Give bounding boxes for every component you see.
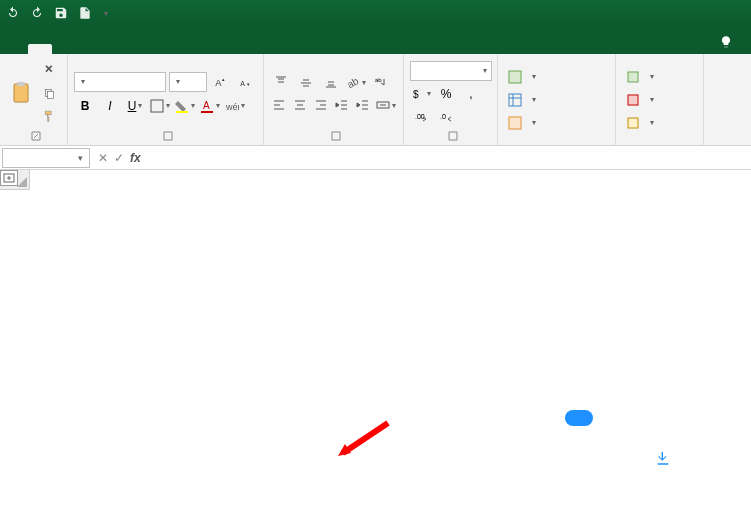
format-cells-button[interactable]: ▾ (622, 113, 697, 133)
svg-rect-8 (151, 100, 163, 112)
border-icon[interactable]: ▾ (149, 96, 171, 116)
comma-icon[interactable]: , (460, 84, 482, 104)
align-top-icon[interactable] (270, 72, 292, 92)
svg-rect-21 (509, 117, 521, 129)
svg-text:.00: .00 (415, 113, 425, 120)
increase-indent-icon[interactable] (354, 95, 372, 115)
svg-text:▾: ▾ (247, 81, 250, 86)
svg-text:ab: ab (346, 75, 360, 89)
tell-me-search[interactable] (711, 30, 747, 54)
font-launcher-icon[interactable] (162, 131, 174, 143)
svg-rect-0 (14, 84, 28, 102)
svg-text:.0: .0 (440, 113, 446, 120)
title-bar: ▾ (0, 0, 751, 26)
insert-cells-button[interactable]: ▾ (622, 67, 697, 87)
svg-text:▴: ▴ (222, 76, 225, 81)
watermark-site (655, 450, 675, 466)
number-format-combo[interactable]: ▾ (410, 61, 492, 81)
italic-icon[interactable]: I (99, 96, 121, 116)
underline-icon[interactable]: U▾ (124, 96, 146, 116)
percent-icon[interactable]: % (435, 84, 457, 104)
tab-pdf-tools[interactable] (220, 44, 244, 54)
group-styles: ▾ ▾ ▾ (498, 54, 616, 145)
tab-review[interactable] (148, 44, 172, 54)
svg-rect-1 (17, 82, 25, 86)
wrap-text-icon[interactable]: ab (370, 72, 392, 92)
svg-text:$: $ (413, 89, 419, 100)
cell-styles-button[interactable]: ▾ (504, 113, 609, 133)
tab-view[interactable] (172, 44, 196, 54)
increase-font-icon[interactable]: A▴ (210, 72, 232, 92)
watermark-tag (565, 410, 593, 426)
svg-rect-9 (176, 111, 188, 113)
paste-button[interactable] (6, 58, 35, 129)
merge-icon[interactable]: ▾ (375, 95, 397, 115)
align-launcher-icon[interactable] (330, 131, 342, 143)
svg-rect-22 (628, 72, 638, 82)
tab-file[interactable] (4, 44, 28, 54)
save-icon[interactable] (54, 6, 68, 20)
cancel-formula-icon[interactable]: ✕ (98, 151, 108, 165)
spreadsheet-grid[interactable] (0, 170, 751, 513)
clipboard-launcher-icon[interactable] (30, 131, 42, 143)
svg-text:wén: wén (225, 102, 239, 112)
cut-icon[interactable] (39, 61, 61, 81)
quick-access-toolbar: ▾ (6, 6, 108, 20)
tab-insert[interactable] (52, 44, 76, 54)
decrease-font-icon[interactable]: A▾ (235, 72, 257, 92)
align-left-icon[interactable] (270, 95, 288, 115)
tab-page-layout[interactable] (76, 44, 100, 54)
name-box[interactable]: ▾ (2, 148, 90, 168)
delete-cells-button[interactable]: ▾ (622, 90, 697, 110)
group-alignment: ab▾ ab ▾ (264, 54, 404, 145)
font-color-icon[interactable]: A▾ (199, 96, 221, 116)
align-center-icon[interactable] (291, 95, 309, 115)
ribbon-tabs (0, 26, 751, 54)
svg-rect-19 (509, 71, 521, 83)
fill-color-icon[interactable]: ▾ (174, 96, 196, 116)
group-font: ▾ ▾ A▴ A▾ B I U▾ ▾ ▾ A▾ wén▾ (68, 54, 264, 145)
font-size-combo[interactable]: ▾ (169, 72, 207, 92)
decrease-indent-icon[interactable] (333, 95, 351, 115)
red-arrow-annotation (333, 418, 393, 458)
group-clipboard (0, 54, 68, 145)
svg-text:A: A (215, 77, 222, 87)
qat-dropdown-icon[interactable]: ▾ (104, 9, 108, 18)
redo-icon[interactable] (30, 6, 44, 20)
format-painter-icon[interactable] (39, 107, 61, 127)
increase-decimal-icon[interactable]: .00 (410, 107, 432, 127)
enter-formula-icon[interactable]: ✓ (114, 151, 124, 165)
undo-icon[interactable] (6, 6, 20, 20)
bold-icon[interactable]: B (74, 96, 96, 116)
svg-text:ab: ab (375, 77, 382, 83)
phonetic-icon[interactable]: wén▾ (224, 96, 246, 116)
tab-data[interactable] (124, 44, 148, 54)
group-cells: ▾ ▾ ▾ (616, 54, 704, 145)
svg-text:A: A (240, 79, 245, 86)
svg-text:A: A (203, 100, 210, 111)
orientation-icon[interactable]: ab▾ (345, 72, 367, 92)
tab-formulas[interactable] (100, 44, 124, 54)
format-as-table-button[interactable]: ▾ (504, 90, 609, 110)
svg-rect-11 (201, 111, 213, 113)
autofill-options-icon[interactable] (0, 170, 18, 186)
align-right-icon[interactable] (312, 95, 330, 115)
tab-home[interactable] (28, 44, 52, 54)
insert-function-icon[interactable]: fx (130, 151, 141, 165)
lightbulb-icon (719, 35, 733, 49)
svg-rect-3 (48, 91, 54, 98)
decrease-decimal-icon[interactable]: .0 (435, 107, 457, 127)
copy-icon[interactable] (39, 84, 61, 104)
tab-help[interactable] (196, 44, 220, 54)
accounting-icon[interactable]: $▾ (410, 84, 432, 104)
svg-rect-24 (628, 118, 638, 128)
conditional-format-button[interactable]: ▾ (504, 67, 609, 87)
align-bottom-icon[interactable] (320, 72, 342, 92)
formula-bar: ▾ ✕ ✓ fx (0, 146, 751, 170)
number-launcher-icon[interactable] (447, 131, 459, 143)
tab-baidu-drive[interactable] (244, 44, 268, 54)
ribbon: ▾ ▾ A▴ A▾ B I U▾ ▾ ▾ A▾ wén▾ ab▾ (0, 54, 751, 146)
document-icon[interactable] (78, 6, 92, 20)
align-middle-icon[interactable] (295, 72, 317, 92)
font-name-combo[interactable]: ▾ (74, 72, 166, 92)
